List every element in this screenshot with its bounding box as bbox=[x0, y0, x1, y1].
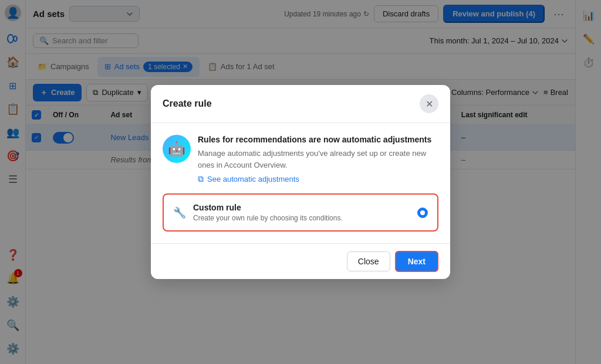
modal-footer: Close Next bbox=[151, 243, 450, 279]
see-link-label: See automatic adjustments bbox=[207, 175, 299, 183]
modal-info-icon: 🤖 bbox=[163, 135, 191, 163]
modal-close-x-button[interactable]: ✕ bbox=[420, 94, 438, 113]
custom-rule-text: Custom rule Create your own rule by choo… bbox=[193, 203, 343, 222]
custom-rule-option[interactable]: 🔧 Custom rule Create your own rule by ch… bbox=[163, 193, 438, 232]
modal-info-box: 🤖 Rules for recommendations are now auto… bbox=[163, 135, 438, 184]
modal-info-heading: Rules for recommendations are now automa… bbox=[198, 135, 438, 144]
link-icon: ⧉ bbox=[198, 174, 204, 184]
see-automatic-adjustments-link[interactable]: ⧉ See automatic adjustments bbox=[198, 174, 438, 184]
modal-header: Create rule ✕ bbox=[151, 85, 450, 123]
custom-rule-radio[interactable] bbox=[417, 207, 428, 218]
modal-close-button[interactable]: Close bbox=[347, 251, 390, 271]
custom-rule-title: Custom rule bbox=[193, 203, 343, 212]
custom-rule-body: Create your own rule by choosing its con… bbox=[193, 214, 343, 222]
wrench-icon: 🔧 bbox=[173, 206, 186, 219]
modal-body: 🤖 Rules for recommendations are now auto… bbox=[151, 123, 450, 243]
modal-overlay: Create rule ✕ 🤖 Rules for recommendation… bbox=[0, 0, 601, 364]
modal-title: Create rule bbox=[163, 98, 212, 109]
modal-next-button[interactable]: Next bbox=[395, 251, 438, 272]
create-rule-modal: Create rule ✕ 🤖 Rules for recommendation… bbox=[151, 85, 450, 279]
modal-info-text: Rules for recommendations are now automa… bbox=[198, 135, 438, 184]
modal-info-body: Manage automatic adjustments you've alre… bbox=[198, 148, 438, 171]
